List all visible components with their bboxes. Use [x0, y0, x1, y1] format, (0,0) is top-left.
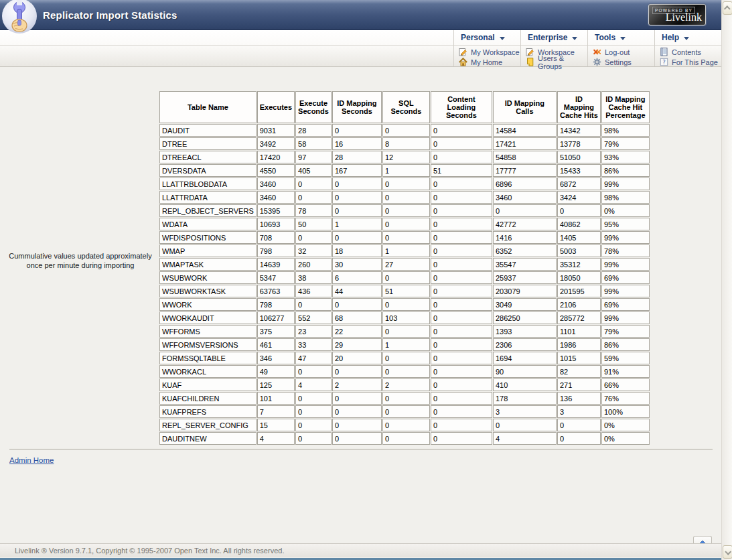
chevron-down-icon [725, 548, 731, 555]
value-cell: 0% [601, 419, 650, 431]
scroll-down-button[interactable] [723, 545, 732, 559]
table-name-cell: WSUBWORK [159, 271, 257, 284]
value-cell: 0 [431, 352, 492, 364]
value-cell: 15 [257, 419, 295, 431]
table-name-cell: WWORKACL [159, 365, 257, 378]
menu-enterprise[interactable]: Enterprise [521, 30, 587, 45]
value-cell: 0 [431, 325, 492, 338]
table-row: KUAFCHILDREN101000017813676% [159, 392, 650, 405]
value-cell: 461 [257, 338, 295, 351]
menu-column-help: HelpContents?For This Page [654, 30, 721, 66]
value-cell: 27 [382, 258, 430, 271]
value-cell: 51 [431, 164, 492, 177]
menu-item-label: Users & Groups [538, 54, 587, 70]
value-cell: 5003 [557, 244, 601, 257]
value-cell: 38 [295, 271, 332, 284]
value-cell: 0 [431, 365, 492, 378]
admin-home-link[interactable]: Admin Home [9, 456, 54, 464]
value-cell: 708 [257, 231, 295, 244]
value-cell: 0 [431, 405, 492, 418]
value-cell: 47 [295, 352, 332, 364]
value-cell: 0 [382, 178, 430, 190]
value-cell: 2106 [557, 298, 601, 311]
table-name-cell: WMAPTASK [159, 258, 257, 271]
value-cell: 0 [295, 231, 332, 244]
menu-item-list: WorkspaceUsers & Groups [521, 45, 587, 67]
value-cell: 0 [382, 325, 430, 338]
value-cell: 0 [332, 231, 382, 244]
value-cell: 0 [431, 392, 492, 405]
value-cell: 16 [332, 137, 382, 150]
menu-item-for-this-page[interactable]: ?For This Page [660, 57, 721, 67]
table-name-cell: WFDISPOSITIONS [159, 231, 257, 244]
value-cell: 0 [431, 218, 492, 230]
value-cell: 285772 [557, 311, 601, 324]
value-cell: 66% [601, 378, 650, 391]
value-cell: 0 [295, 432, 332, 445]
value-cell: 63763 [257, 285, 295, 297]
value-cell: 0 [493, 419, 557, 431]
value-cell: 0 [382, 124, 430, 137]
value-cell: 103 [382, 311, 430, 324]
global-menu: PersonalMy WorkspaceMy HomeEnterpriseWor… [453, 30, 721, 66]
value-cell: 42772 [493, 218, 557, 230]
scroll-up-button[interactable] [723, 1, 732, 15]
value-cell: 23 [295, 325, 332, 338]
value-cell: 99% [601, 231, 650, 244]
menu-tools[interactable]: Tools [588, 30, 654, 45]
page-title: Replicator Import Statistics [43, 0, 177, 29]
table-name-cell: DAUDITNEW [159, 432, 257, 445]
menu-help[interactable]: Help [655, 30, 721, 45]
table-row: REPL_OBJECT_SERVERS1539578000000% [159, 204, 650, 217]
value-cell: 0 [332, 204, 382, 217]
value-cell: 0 [431, 178, 492, 190]
value-cell: 1393 [493, 325, 557, 338]
value-cell: 203079 [493, 285, 557, 297]
value-cell: 346 [257, 352, 295, 364]
menu-item-my-home[interactable]: My Home [459, 57, 520, 67]
value-cell: 40862 [557, 218, 601, 230]
value-cell: 6872 [557, 178, 601, 190]
menu-item-log-out[interactable]: Log-out [593, 47, 654, 57]
value-cell: 0 [382, 432, 430, 445]
value-cell: 93% [601, 151, 650, 163]
value-cell: 0 [382, 352, 430, 364]
value-cell: 0 [332, 432, 382, 445]
value-cell: 10693 [257, 218, 295, 230]
menu-item-settings[interactable]: Settings [593, 57, 654, 67]
value-cell: 0 [382, 365, 430, 378]
column-header: ID Mapping Calls [493, 91, 557, 123]
value-cell: 13778 [557, 137, 601, 150]
value-cell: 18 [332, 244, 382, 257]
value-cell: 0 [431, 231, 492, 244]
value-cell: 0 [295, 191, 332, 204]
vertical-scrollbar[interactable] [721, 0, 732, 560]
value-cell: 14639 [257, 258, 295, 271]
value-cell: 0 [382, 419, 430, 431]
value-cell: 2306 [493, 338, 557, 351]
table-name-cell: WFFORMSVERSIONS [159, 338, 257, 351]
value-cell: 0 [431, 378, 492, 391]
value-cell: 0 [332, 365, 382, 378]
table-row: WMAPTASK1463926030270355473531299% [159, 258, 650, 271]
table-row: WWORK79800003049210669% [159, 298, 650, 311]
column-header: Executes [257, 91, 295, 123]
value-cell: 0 [431, 244, 492, 257]
menu-personal[interactable]: Personal [454, 30, 520, 45]
menu-item-users-groups[interactable]: Users & Groups [526, 57, 587, 67]
table-row: WWORKACL490000908291% [159, 365, 650, 378]
table-name-cell: DVERSDATA [159, 164, 257, 177]
value-cell: 1015 [557, 352, 601, 364]
value-cell: 17777 [493, 164, 557, 177]
value-cell: 68 [332, 311, 382, 324]
value-cell: 3424 [557, 191, 601, 204]
menu-item-my-workspace[interactable]: My Workspace [459, 47, 520, 57]
value-cell: 7 [257, 405, 295, 418]
menu-item-contents[interactable]: Contents [660, 47, 721, 57]
value-cell: 798 [257, 298, 295, 311]
value-cell: 0 [431, 298, 492, 311]
table-name-cell: KUAFCHILDREN [159, 392, 257, 405]
value-cell: 125 [257, 378, 295, 391]
value-cell: 0 [431, 151, 492, 163]
value-cell: 3460 [257, 191, 295, 204]
